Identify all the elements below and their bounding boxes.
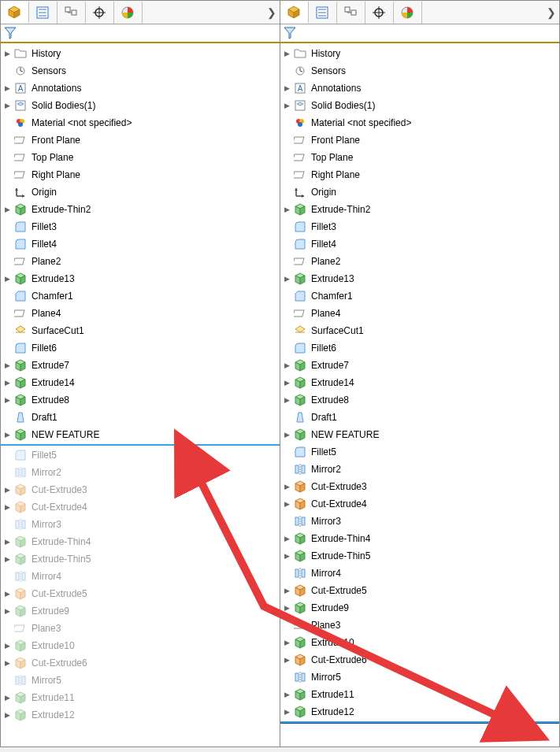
tree-row[interactable]: ▶ Plane3 (1, 620, 280, 637)
tree-row[interactable]: ▶ Extrude-Thin5 (280, 547, 559, 565)
tree-row[interactable]: ▶ Top Plane (1, 149, 280, 166)
expand-toggle[interactable]: ▶ (2, 85, 12, 92)
expand-toggle[interactable]: ▶ (2, 712, 12, 719)
tree-row[interactable]: ▶ Cut-Extrude4 (1, 498, 280, 516)
expand-toggle[interactable]: ▶ (2, 50, 12, 57)
rollback-bar[interactable] (280, 721, 559, 724)
expand-toggle[interactable]: ▶ (282, 709, 291, 716)
filter-icon[interactable] (4, 27, 17, 39)
expand-toggle[interactable]: ▶ (282, 605, 291, 612)
tree-row[interactable]: ▶ Cut-Extrude3 (280, 478, 559, 495)
tree-row[interactable]: ▶ SurfaceCut1 (280, 322, 559, 339)
tree-row[interactable]: ▶ Plane4 (1, 305, 280, 322)
expand-toggle[interactable]: ▶ (2, 362, 12, 369)
tree-row[interactable]: ▶ Cut-Extrude4 (280, 495, 559, 513)
tree-row[interactable]: ▶ Cut-Extrude6 (280, 651, 559, 669)
tree-row[interactable]: ▶ Extrude12 (1, 706, 280, 724)
feature-tree[interactable]: ▶ History ▶ Sensors ▶ Annotations ▶ (280, 43, 559, 746)
rollback-bar[interactable] (1, 444, 280, 446)
tree-row[interactable]: ▶ Fillet5 (280, 443, 559, 461)
expand-toggle[interactable]: ▶ (282, 535, 291, 543)
tabbar-overflow-chevron[interactable]: ❯ (543, 6, 559, 19)
tree-row[interactable]: ▶ Chamfer1 (280, 287, 559, 305)
expand-toggle[interactable]: ▶ (2, 539, 12, 546)
tree-row[interactable]: ▶ Extrude11 (280, 686, 559, 703)
expand-toggle[interactable]: ▶ (2, 397, 12, 404)
tree-row[interactable]: ▶ Extrude12 (280, 703, 559, 721)
expand-toggle[interactable]: ▶ (2, 556, 12, 563)
tree-row[interactable]: ▶ NEW FEATURE (1, 426, 280, 443)
tree-row[interactable]: ▶ Extrude14 (280, 374, 559, 391)
tree-row[interactable]: ▶ Mirror2 (280, 461, 559, 478)
appearance-tab[interactable] (394, 2, 422, 24)
appearance-tab[interactable] (114, 2, 143, 24)
tree-row[interactable]: ▶ Fillet3 (280, 218, 559, 235)
tree-row[interactable]: ▶ Extrude8 (280, 391, 559, 409)
tree-row[interactable]: ▶ Mirror5 (280, 669, 559, 686)
tree-row[interactable]: ▶ Right Plane (1, 166, 280, 183)
tree-row[interactable]: ▶ Draft1 (280, 409, 559, 426)
tree-row[interactable]: ▶ Extrude-Thin2 (1, 201, 280, 218)
tree-row[interactable]: ▶ Sensors (280, 62, 559, 80)
tabbar-overflow-chevron[interactable]: ❯ (264, 6, 280, 19)
tree-row[interactable]: ▶ Fillet6 (1, 339, 280, 357)
tree-row[interactable]: ▶ Mirror4 (280, 565, 559, 582)
tree-row[interactable]: ▶ Extrude13 (1, 270, 280, 287)
tree-row[interactable]: ▶ SurfaceCut1 (1, 322, 280, 339)
feature-manager-tab[interactable] (1, 2, 29, 24)
expand-toggle[interactable]: ▶ (282, 483, 291, 491)
tree-row[interactable]: ▶ Extrude7 (1, 357, 280, 374)
tree-row[interactable]: ▶ History (1, 45, 280, 62)
tree-row[interactable]: ▶ Extrude14 (1, 374, 280, 391)
tree-row[interactable]: ▶ Extrude-Thin5 (1, 550, 280, 568)
tree-row[interactable]: ▶ Extrude9 (280, 599, 559, 617)
tree-row[interactable]: ▶ Annotations (280, 80, 559, 97)
expand-toggle[interactable]: ▶ (282, 102, 291, 109)
tree-row[interactable]: ▶ Solid Bodies(1) (280, 97, 559, 114)
tree-row[interactable]: ▶ History (280, 45, 559, 62)
feature-tree[interactable]: ▶ History ▶ Sensors ▶ Annotations ▶ (1, 43, 280, 746)
tree-row[interactable]: ▶ Plane3 (280, 617, 559, 634)
expand-toggle[interactable]: ▶ (282, 206, 291, 213)
expand-toggle[interactable]: ▶ (282, 432, 291, 439)
expand-toggle[interactable]: ▶ (282, 362, 291, 369)
tree-row[interactable]: ▶ Origin (280, 183, 559, 201)
tree-row[interactable]: ▶ Plane4 (280, 305, 559, 322)
tree-row[interactable]: ▶ Mirror3 (1, 516, 280, 533)
tree-row[interactable]: ▶ Fillet5 (1, 446, 280, 464)
tree-row[interactable]: ▶ Draft1 (1, 409, 280, 426)
tree-row[interactable]: ▶ Extrude13 (280, 270, 559, 287)
tree-row[interactable]: ▶ NEW FEATURE (280, 426, 559, 443)
tree-row[interactable]: ▶ Fillet4 (280, 235, 559, 253)
tree-row[interactable]: ▶ Right Plane (280, 166, 559, 183)
expand-toggle[interactable]: ▶ (2, 487, 12, 494)
tree-row[interactable]: ▶ Extrude10 (280, 634, 559, 651)
tree-row[interactable]: ▶ Chamfer1 (1, 287, 280, 305)
expand-toggle[interactable]: ▶ (2, 102, 12, 109)
expand-toggle[interactable]: ▶ (2, 206, 12, 213)
config-manager-tab[interactable] (57, 2, 86, 24)
tree-row[interactable]: ▶ Fillet3 (1, 218, 280, 235)
tree-row[interactable]: ▶ Cut-Extrude3 (1, 481, 280, 498)
tree-row[interactable]: ▶ Mirror4 (1, 568, 280, 585)
expand-toggle[interactable]: ▶ (282, 397, 291, 404)
expand-toggle[interactable]: ▶ (282, 691, 291, 698)
expand-toggle[interactable]: ▶ (282, 657, 291, 664)
tree-row[interactable]: ▶ Extrude9 (1, 602, 280, 620)
tree-row[interactable]: ▶ Material <not specified> (1, 114, 280, 132)
tree-row[interactable]: ▶ Extrude7 (280, 357, 559, 374)
expand-toggle[interactable]: ▶ (282, 587, 291, 595)
tree-row[interactable]: ▶ Plane2 (280, 253, 559, 270)
expand-toggle[interactable]: ▶ (2, 504, 12, 511)
tree-row[interactable]: ▶ Fillet4 (1, 235, 280, 253)
expand-toggle[interactable]: ▶ (2, 380, 12, 387)
tree-row[interactable]: ▶ Extrude-Thin4 (280, 530, 559, 547)
display-manager-tab[interactable] (86, 2, 114, 24)
tree-row[interactable]: ▶ Plane2 (1, 253, 280, 270)
tree-row[interactable]: ▶ Cut-Extrude5 (1, 585, 280, 602)
expand-toggle[interactable]: ▶ (2, 660, 12, 667)
tree-row[interactable]: ▶ Material <not specified> (280, 114, 559, 132)
tree-row[interactable]: ▶ Annotations (1, 80, 280, 97)
expand-toggle[interactable]: ▶ (2, 608, 12, 615)
tree-row[interactable]: ▶ Sensors (1, 62, 280, 80)
